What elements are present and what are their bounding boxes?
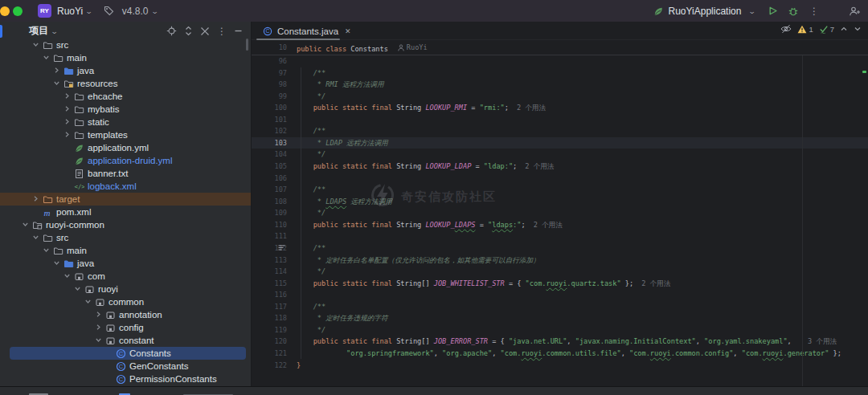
tree-item-java[interactable]: java bbox=[0, 64, 251, 77]
line-number[interactable]: 116 bbox=[252, 289, 287, 301]
chevron-down-icon[interactable] bbox=[22, 221, 29, 228]
run-configuration-selector[interactable]: RuoYiApplication ⌄ bbox=[653, 6, 756, 17]
usages-hint[interactable]: 3 个用法 bbox=[808, 336, 837, 348]
chevron-right-icon[interactable] bbox=[63, 105, 71, 112]
warnings-count[interactable]: 1 bbox=[797, 25, 813, 34]
code-line-106[interactable]: 106 bbox=[252, 173, 868, 185]
tree-item-ruoyi-common[interactable]: ruoyi-common bbox=[0, 218, 251, 231]
panel-options-icon[interactable]: ⋮ bbox=[217, 26, 227, 37]
line-number[interactable]: 120 bbox=[252, 336, 287, 348]
tree-item-application-druid-yml[interactable]: application-druid.yml bbox=[0, 154, 251, 167]
code-line-114[interactable]: 114 */ bbox=[252, 266, 868, 278]
more-actions-button[interactable]: ⋮ bbox=[805, 2, 823, 20]
line-number[interactable]: 110 bbox=[252, 219, 287, 231]
line-number[interactable]: 101 bbox=[252, 114, 287, 126]
code-line-102[interactable]: 102 /** bbox=[252, 125, 868, 137]
typos-count[interactable]: 7 bbox=[819, 25, 834, 34]
code-author-hint[interactable]: RuoYi bbox=[398, 40, 428, 55]
debug-button[interactable] bbox=[784, 2, 802, 20]
code-line-112[interactable]: 112 /** bbox=[252, 242, 868, 255]
close-tab-icon[interactable]: ✕ bbox=[345, 27, 351, 35]
project-panel-title[interactable]: 项目 bbox=[29, 24, 48, 38]
line-number[interactable]: 96 bbox=[252, 55, 287, 67]
previous-problem-icon[interactable] bbox=[840, 25, 848, 35]
tree-item-pom-xml[interactable]: mpom.xml bbox=[0, 206, 251, 218]
chevron-right-icon[interactable] bbox=[95, 324, 102, 331]
code-line-108[interactable]: 108 * LDAPS 远程方法调用 bbox=[252, 196, 868, 208]
next-problem-icon[interactable] bbox=[854, 25, 862, 35]
chevron-right-icon[interactable] bbox=[63, 131, 71, 138]
line-number[interactable]: 107 bbox=[252, 184, 287, 196]
chevron-down-icon[interactable] bbox=[32, 234, 39, 241]
chevron-down-icon[interactable] bbox=[74, 285, 81, 292]
line-number[interactable]: 102 bbox=[252, 125, 287, 137]
chevron-down-icon[interactable] bbox=[53, 79, 60, 87]
usages-hint[interactable]: 2 个用法 bbox=[641, 279, 670, 287]
usages-hint[interactable]: 2 个用法 bbox=[517, 104, 546, 112]
tree-item-ehcache[interactable]: ehcache bbox=[0, 90, 251, 103]
code-line-109[interactable]: 109 */ bbox=[252, 207, 868, 219]
code-line-118[interactable]: 118 * 定时任务违规的字符 bbox=[252, 312, 868, 324]
code-line-103[interactable]: 103 * LDAP 远程方法调用 bbox=[252, 137, 868, 149]
code-line-120[interactable]: 120 public static final String[] JOB_ERR… bbox=[252, 336, 868, 348]
tree-item-main[interactable]: main bbox=[0, 244, 251, 257]
code-line-122[interactable]: 122} bbox=[252, 360, 868, 372]
code-line-113[interactable]: 113 * 定时任务白名单配置（仅允许访问的包名，如其他需要可以自行添加） bbox=[252, 255, 868, 267]
chevron-right-icon[interactable] bbox=[63, 92, 71, 100]
project-badge[interactable]: RY bbox=[38, 4, 51, 18]
tree-item-com[interactable]: com bbox=[0, 270, 251, 283]
code-line-96[interactable]: 96 bbox=[252, 55, 868, 67]
tree-item-ruoyi[interactable]: ruoyi bbox=[0, 283, 251, 295]
tree-item-application-yml[interactable]: application.yml bbox=[0, 141, 251, 154]
version-selector[interactable]: v4.8.0 bbox=[122, 6, 149, 17]
tree-item-main[interactable]: main bbox=[0, 51, 251, 64]
tree-item-common[interactable]: common bbox=[0, 295, 251, 308]
error-stripe-mark[interactable] bbox=[862, 71, 866, 73]
code-line-107[interactable]: 107 /** bbox=[252, 184, 868, 196]
tree-item-target[interactable]: target bbox=[0, 193, 251, 206]
line-number[interactable]: 97 bbox=[252, 67, 287, 79]
line-number[interactable]: 100 bbox=[252, 102, 287, 114]
chevron-down-icon[interactable] bbox=[84, 298, 92, 305]
code-line-104[interactable]: 104 */ bbox=[252, 149, 868, 161]
line-number[interactable]: 98 bbox=[252, 79, 287, 91]
line-number[interactable]: 104 bbox=[252, 149, 287, 161]
line-number[interactable]: 103 bbox=[252, 137, 287, 149]
code-line-97[interactable]: 97 /** bbox=[252, 67, 868, 79]
tree-scrollbar-thumb[interactable] bbox=[246, 39, 248, 51]
line-number[interactable]: 99 bbox=[252, 91, 287, 103]
collapse-all-icon[interactable] bbox=[200, 26, 210, 36]
code-line-110[interactable]: 110 public static final String LOOKUP_LD… bbox=[252, 219, 868, 231]
tree-item-logback-xml[interactable]: </>logback.xml bbox=[0, 180, 251, 193]
usages-hint[interactable]: 2 个用法 bbox=[534, 221, 563, 229]
chevron-right-icon[interactable] bbox=[32, 195, 39, 202]
line-number[interactable]: 109 bbox=[252, 207, 287, 219]
chevron-down-icon[interactable] bbox=[43, 54, 50, 61]
code-line-100[interactable]: 100 public static final String LOOKUP_RM… bbox=[252, 102, 868, 114]
project-selector[interactable]: RuoYi bbox=[57, 6, 83, 17]
tree-item-src[interactable]: src bbox=[0, 231, 251, 244]
sticky-line-number[interactable]: 10 bbox=[252, 40, 287, 55]
tree-item-java[interactable]: java bbox=[0, 257, 251, 270]
chevron-down-icon[interactable] bbox=[63, 272, 71, 279]
line-number[interactable]: 108 bbox=[252, 196, 287, 208]
code-line-121[interactable]: 121 "org.springframework", "org.apache",… bbox=[252, 348, 868, 360]
locate-file-icon[interactable] bbox=[166, 26, 177, 36]
code-with-me-icon[interactable] bbox=[845, 2, 863, 20]
chevron-right-icon[interactable] bbox=[63, 118, 71, 125]
tree-item-banner-txt[interactable]: banner.txt bbox=[0, 167, 251, 180]
code-line-105[interactable]: 105 public static final String LOOKUP_LD… bbox=[252, 161, 868, 173]
chevron-down-icon[interactable] bbox=[53, 259, 60, 267]
line-number[interactable]: 114 bbox=[252, 266, 287, 278]
tree-item-constants[interactable]: CConstants bbox=[0, 347, 251, 360]
tree-item-genconstants[interactable]: CGenConstants bbox=[0, 360, 251, 373]
line-number[interactable]: 106 bbox=[252, 173, 287, 185]
tree-item-config[interactable]: config bbox=[0, 321, 251, 334]
line-number[interactable]: 118 bbox=[252, 312, 287, 324]
code-line-115[interactable]: 115 public static final String[] JOB_WHI… bbox=[252, 278, 868, 290]
line-number[interactable]: 115 bbox=[252, 278, 287, 290]
expand-selection-icon[interactable] bbox=[184, 26, 193, 36]
chevron-right-icon[interactable] bbox=[53, 67, 60, 74]
minimize-traffic-light[interactable] bbox=[0, 6, 10, 16]
chevron-down-icon[interactable] bbox=[32, 41, 39, 48]
